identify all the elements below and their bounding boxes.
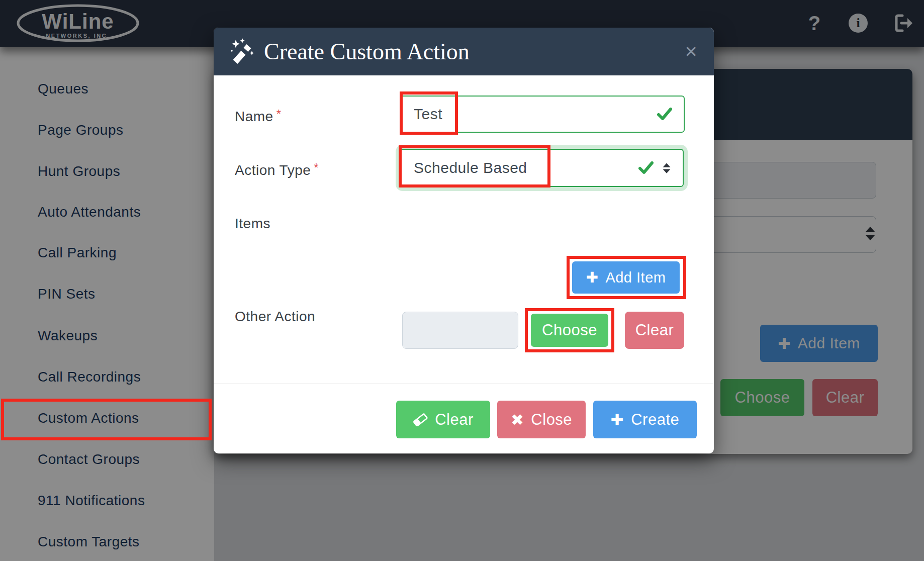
modal-clear-button[interactable]: Clear <box>396 401 490 438</box>
valid-check-icon <box>638 161 654 174</box>
modal-header: Create Custom Action ✕ <box>214 28 714 75</box>
modal-create-button[interactable]: ✚ Create <box>593 401 697 438</box>
close-x-icon: ✖ <box>511 411 524 429</box>
other-action-field[interactable] <box>402 312 518 349</box>
annotation-choose <box>525 308 614 352</box>
modal-title: Create Custom Action <box>264 38 470 65</box>
annotation-name-value <box>400 91 458 135</box>
name-label: Name* <box>235 106 282 123</box>
other-action-label: Other Action <box>235 308 315 325</box>
app-root: WiLine NETWORKS, INC. ? i Queues Page Gr… <box>0 0 924 561</box>
annotation-add-item <box>567 256 686 299</box>
select-updown-icon <box>663 163 671 173</box>
modal-close-button[interactable]: ✖ Close <box>497 401 586 438</box>
annotation-action-type <box>399 145 550 188</box>
annotation-custom-actions <box>1 399 212 440</box>
items-label: Items <box>235 215 270 232</box>
eraser-icon <box>413 413 428 426</box>
action-type-label: Action Type* <box>235 159 319 176</box>
plus-icon: ✚ <box>611 411 624 429</box>
magic-wand-icon <box>229 38 256 66</box>
modal-close-icon[interactable]: ✕ <box>684 42 698 61</box>
valid-check-icon <box>657 108 672 121</box>
other-action-clear-button[interactable]: Clear <box>625 312 684 349</box>
create-custom-action-modal: Create Custom Action ✕ Name* Action Type… <box>214 28 714 453</box>
required-asterisk: * <box>314 161 319 174</box>
required-asterisk: * <box>276 107 282 121</box>
modal-footer: Clear ✖ Close ✚ Create <box>214 384 714 453</box>
